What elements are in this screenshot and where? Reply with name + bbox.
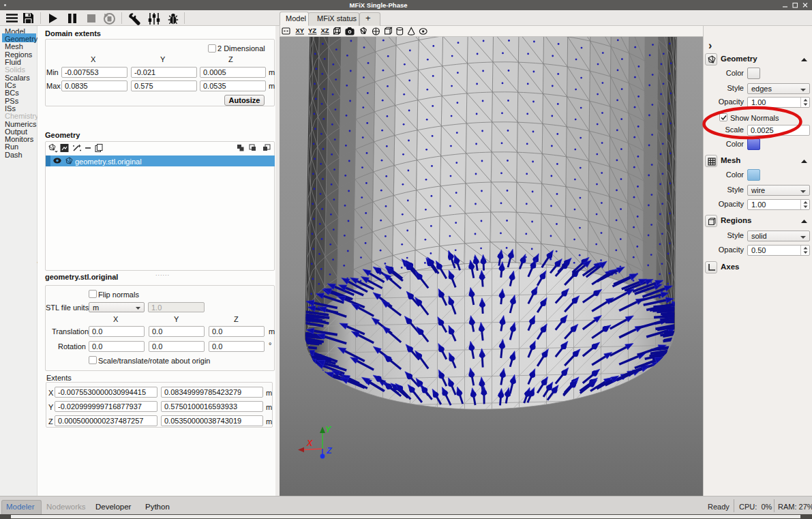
svg-text:YZ: YZ [308,27,316,34]
svg-text:XZ: XZ [321,27,329,34]
svg-text:XY: XY [296,27,305,34]
svg-text:Z: Z [326,446,333,456]
svg-text:X: X [306,439,313,448]
